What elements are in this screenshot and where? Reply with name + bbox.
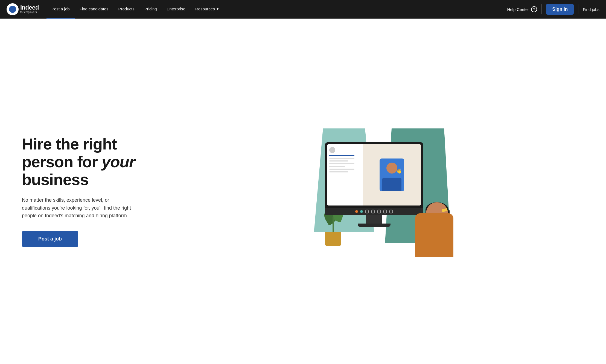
ctrl-dot-teal <box>360 210 363 213</box>
resources-arrow-icon: ▼ <box>216 7 219 11</box>
ctrl-icon-4 <box>383 210 387 213</box>
resume-avatar <box>329 147 335 153</box>
video-person: 👋 <box>380 158 404 191</box>
plant-illustration <box>319 232 336 246</box>
resume-line-2 <box>329 160 348 162</box>
hero-left: Hire the right person for your business … <box>22 135 153 247</box>
plant-pot <box>325 232 341 246</box>
resume-line-3 <box>329 163 354 164</box>
ctrl-icon-2 <box>371 210 375 213</box>
resume-line-6 <box>329 171 348 172</box>
monitor-illustration: 👋 <box>325 142 423 227</box>
help-center-link[interactable]: Help Center ? <box>507 6 537 12</box>
nav-products[interactable]: Products <box>113 0 139 19</box>
hero-title: Hire the right person for your business <box>22 135 153 189</box>
resume-line-4 <box>329 166 345 167</box>
ctrl-dot-orange <box>355 210 358 213</box>
nav-resources[interactable]: Resources ▼ <box>190 0 224 19</box>
person-illustration <box>410 202 453 257</box>
hero-section: Hire the right person for your business … <box>0 19 606 364</box>
svg-text:i: i <box>10 8 11 12</box>
help-center-label: Help Center <box>507 7 529 12</box>
monitor-resume-panel <box>327 144 363 206</box>
nav-post-job[interactable]: Post a job <box>46 0 75 19</box>
resume-name-line <box>329 155 354 156</box>
monitor-stand <box>366 215 382 224</box>
person-torso <box>415 213 453 257</box>
nav-divider <box>541 4 542 14</box>
navbar: i indeed for employers Post a job Find c… <box>0 0 606 19</box>
person-body <box>410 202 453 257</box>
help-circle-icon: ? <box>531 6 537 12</box>
logo-link[interactable]: i indeed for employers <box>7 3 39 15</box>
post-job-button[interactable]: Post a job <box>22 231 78 247</box>
monitor-inner: 👋 <box>327 144 421 206</box>
find-jobs-link[interactable]: Find jobs <box>583 7 599 12</box>
nav-enterprise[interactable]: Enterprise <box>162 0 190 19</box>
logo-text: indeed for employers <box>20 5 39 14</box>
monitor-video-panel: 👋 <box>363 144 421 206</box>
hero-illustration: 👋 <box>298 120 456 262</box>
monitor-screen: 👋 <box>325 142 423 208</box>
resume-line-5 <box>329 169 354 170</box>
svg-point-0 <box>9 6 16 13</box>
ctrl-icon-1 <box>365 210 369 213</box>
video-head <box>386 163 397 174</box>
nav-divider-2 <box>578 4 578 14</box>
logo-icon: i <box>7 3 19 15</box>
ctrl-icon-3 <box>377 210 381 213</box>
monitor-base <box>358 224 391 227</box>
wave-hand-icon: 👋 <box>396 168 402 174</box>
nav-pricing[interactable]: Pricing <box>139 0 162 19</box>
video-body <box>382 178 401 191</box>
hero-right: 👋 <box>170 120 584 262</box>
sign-in-button[interactable]: Sign in <box>546 4 574 15</box>
nav-find-candidates[interactable]: Find candidates <box>75 0 113 19</box>
ctrl-icon-5 <box>389 210 393 213</box>
resume-line-1 <box>329 158 354 159</box>
nav-links: Post a job Find candidates Products Pric… <box>46 0 507 19</box>
nav-right: Help Center ? Sign in Find jobs <box>507 4 599 15</box>
monitor-controls-bar <box>325 208 423 215</box>
hero-subtitle: No matter the skills, experience level, … <box>22 196 137 220</box>
